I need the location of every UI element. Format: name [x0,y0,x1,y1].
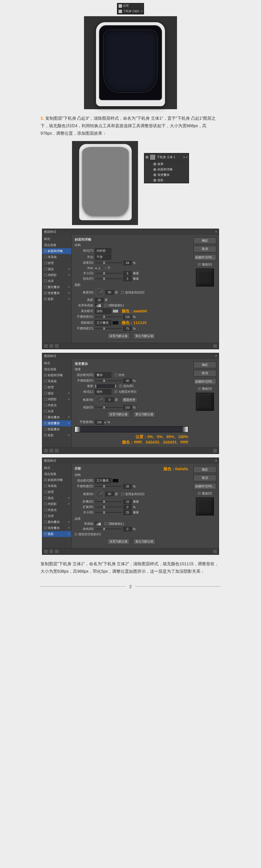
plus-icon[interactable]: + [68,496,70,500]
dialog-titlebar[interactable]: 图层样式 × [42,458,219,464]
depth-value[interactable]: 64 [123,261,132,265]
noise-value[interactable]: 0 [123,527,132,531]
style-inner-glow[interactable]: 内发光 [42,402,71,408]
contour-picker[interactable] [95,304,101,307]
style-color-overlay[interactable]: 颜色叠加+ [42,414,71,420]
gradient-picker[interactable] [95,384,116,388]
soften-slider[interactable] [95,278,122,279]
set-default-button[interactable]: 设置为默认值 [107,411,130,417]
angle-value[interactable]: 90 [105,290,114,294]
checkbox-icon[interactable] [44,434,47,437]
close-icon[interactable]: × [215,354,217,358]
checkbox-icon[interactable] [44,256,47,258]
checkbox-icon[interactable] [44,478,47,481]
checkbox-icon[interactable] [44,428,47,431]
style-contour[interactable]: 等高线 [42,254,71,260]
style-texture[interactable]: 纹理 [42,260,71,266]
up-icon[interactable] [50,344,53,348]
plus-icon[interactable]: + [68,291,70,294]
style-drop-shadow[interactable]: 投影+ [42,531,71,537]
style-inner-glow[interactable]: 内发光 [42,507,71,513]
style-pattern-overlay[interactable]: 图案叠加 [42,426,71,432]
trash-icon[interactable] [213,550,217,553]
dialog-titlebar[interactable]: 图层样式 × [42,229,219,235]
cancel-button[interactable]: 取消 [194,370,216,376]
reset-default-button[interactable]: 复位为默认值 [133,538,156,545]
trash-icon[interactable] [213,449,217,453]
altitude-value[interactable]: 30 [95,298,103,303]
reverse-checkbox[interactable] [120,385,122,388]
style-satin[interactable]: 光泽 [42,408,71,414]
anti-alias-checkbox[interactable] [104,522,107,525]
blend-mode-dropdown[interactable]: 正片叠底 [95,478,111,483]
visibility-icon[interactable] [153,168,156,171]
shadow-mode-dropdown[interactable]: 正片叠底 [95,320,111,326]
reset-default-button[interactable]: 复位为默认值 [133,411,156,417]
highlight-mode-dropdown[interactable]: 滤色 [95,308,111,314]
smoothness-value[interactable]: 100 [95,420,103,425]
close-icon[interactable]: × [215,459,217,462]
opacity-slider[interactable] [95,380,122,381]
style-inner-shadow[interactable]: 内阴影+ [42,501,71,507]
style-stroke[interactable]: 描边+ [42,266,71,272]
align-checkbox[interactable] [115,390,117,393]
plus-icon[interactable]: + [68,502,70,505]
plus-icon[interactable]: + [68,273,70,277]
angle-dial[interactable] [95,288,104,297]
size-slider[interactable] [95,512,122,513]
styles-header[interactable]: 样式 [42,360,71,366]
style-drop-shadow[interactable]: 投影+ [42,432,71,438]
style-stroke[interactable]: 描边+ [42,390,71,396]
angle-dial[interactable] [95,396,104,404]
set-default-button[interactable]: 设置为默认值 [107,538,130,545]
checkbox-icon[interactable] [44,268,47,270]
visibility-icon[interactable] [145,156,149,159]
blending-options[interactable]: 混合选项 [42,242,71,248]
checkbox-icon[interactable] [44,261,47,264]
plus-icon[interactable]: + [68,392,70,395]
plus-icon[interactable]: + [68,267,70,271]
preview-checkbox[interactable] [198,388,201,390]
dir-down[interactable]: ○ 下 [105,266,110,270]
cancel-button[interactable]: 取消 [194,246,216,252]
style-satin[interactable]: 光泽 [42,513,71,519]
size-value[interactable]: 25 [123,510,132,515]
down-icon[interactable] [55,550,59,553]
visibility-icon[interactable] [153,174,156,177]
style-texture[interactable]: 纹理 [42,489,71,495]
checkbox-icon[interactable] [44,291,47,294]
new-style-button[interactable]: 新建样式(W)... [194,378,216,385]
highlight-opacity-slider[interactable] [95,316,122,317]
fx-item[interactable]: 渐变叠加 [144,172,189,178]
style-bevel[interactable]: 斜面和浮雕 [42,372,71,378]
scale-slider[interactable] [95,407,122,408]
checkbox-icon[interactable] [44,485,47,487]
ok-button[interactable]: 确定 [194,237,216,244]
size-slider[interactable] [95,273,122,274]
plus-icon[interactable]: + [68,422,70,425]
knockout-checkbox[interactable] [75,533,77,535]
shadow-color-swatch[interactable] [112,479,119,483]
size-value[interactable]: 5 [123,271,132,276]
distance-value[interactable]: 10 [123,500,132,504]
plus-icon[interactable]: + [68,398,70,401]
contour-picker[interactable] [95,522,101,526]
checkbox-icon[interactable] [44,250,47,252]
styles-header[interactable]: 样式 [42,236,71,242]
dither-checkbox[interactable] [115,374,117,376]
opacity-slider[interactable] [95,486,122,487]
fx-icon[interactable] [44,550,48,553]
style-inner-shadow[interactable]: 内阴影+ [42,272,71,278]
down-icon[interactable] [55,449,59,453]
down-icon[interactable] [55,344,59,348]
technique-dropdown[interactable]: 平滑 [95,254,111,260]
checkbox-icon[interactable] [44,404,47,407]
ok-button[interactable]: 确定 [194,466,216,473]
checkbox-icon[interactable] [44,491,47,493]
anti-alias-checkbox[interactable] [104,304,107,307]
checkbox-icon[interactable] [44,521,47,523]
blend-mode-dropdown[interactable]: 叠加 [95,372,111,378]
style-satin[interactable]: 光泽 [42,278,71,284]
style-dropdown[interactable]: 内斜面 [95,248,111,253]
style-stroke[interactable]: 描边+ [42,495,71,501]
